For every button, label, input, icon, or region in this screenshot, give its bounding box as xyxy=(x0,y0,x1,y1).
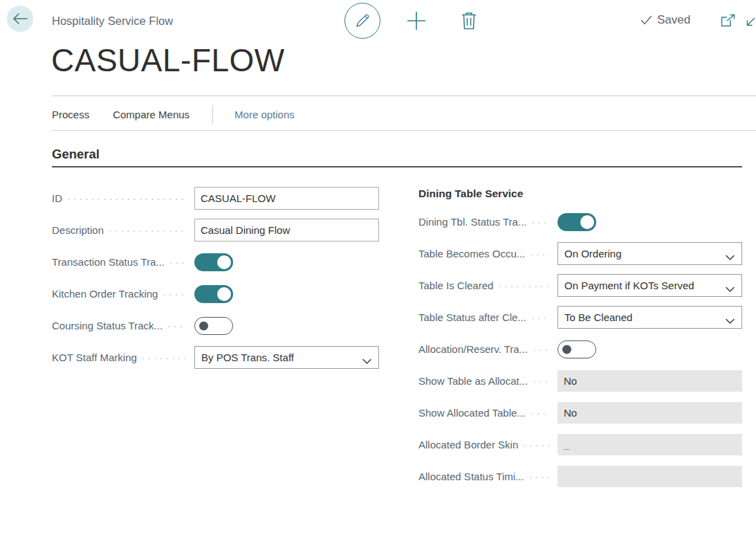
chevron-down-icon xyxy=(726,251,735,263)
chevron-down-icon xyxy=(362,355,371,367)
delete-button[interactable] xyxy=(459,10,479,31)
dotted-leader xyxy=(531,217,549,228)
save-status-label: Saved xyxy=(657,13,690,27)
show-table-as-allocated-label: Show Table as Allocat... xyxy=(418,375,557,387)
dotted-leader xyxy=(142,352,186,363)
table-becomes-occupied-label: Table Becomes Occu... xyxy=(418,248,557,260)
field-row-table-becomes-occupied: Table Becomes Occu... On Ordering xyxy=(418,242,742,265)
save-status: Saved xyxy=(640,13,690,27)
field-row-dining-tbl-status-tracking: Dining Tbl. Status Tra... xyxy=(418,210,742,233)
dotted-leader xyxy=(67,193,186,204)
hospitality-service-flow-page: Hospitality Service Flow Saved CASUAL-FL… xyxy=(0,0,756,546)
dining-table-service-group-title: Dining Table Service xyxy=(418,188,742,205)
dotted-leader xyxy=(530,248,549,260)
coursing-status-tracking-toggle[interactable] xyxy=(194,317,233,335)
field-row-description: Description xyxy=(52,219,379,242)
new-button[interactable] xyxy=(405,10,427,32)
back-button[interactable] xyxy=(7,6,33,32)
allocation-reserv-tracking-label: Allocation/Reserv. Tra... xyxy=(418,343,557,355)
field-row-show-table-as-allocated: Show Table as Allocat... No xyxy=(418,370,742,392)
arrow-down-left-icon xyxy=(745,17,756,28)
field-row-table-status-after-cleaning: Table Status after Cle... To Be Cleaned xyxy=(418,306,742,329)
allocated-border-skin-label: Allocated Border Skin xyxy=(418,439,557,451)
toggle-knob xyxy=(217,255,231,269)
field-row-allocated-border-skin: Allocated Border Skin _ xyxy=(418,433,742,456)
action-compare-menus[interactable]: Compare Menus xyxy=(113,109,190,120)
dotted-leader xyxy=(523,439,549,451)
table-becomes-occupied-select[interactable]: On Ordering xyxy=(557,242,742,265)
field-row-show-allocated-table: Show Allocated Table... No xyxy=(418,401,742,424)
chevron-down-icon xyxy=(726,315,735,327)
open-in-new-window-icon xyxy=(721,14,736,28)
field-row-kitchen-order-tracking: Kitchen Order Tracking xyxy=(52,282,379,305)
general-right-column: Dining Table Service Dining Tbl. Status … xyxy=(418,188,742,497)
dotted-leader xyxy=(529,471,549,482)
action-process[interactable]: Process xyxy=(52,109,89,120)
description-label: Description xyxy=(52,224,194,236)
kot-staff-marking-label: KOT Staff Marking xyxy=(52,352,194,363)
show-table-as-allocated-field: No xyxy=(557,370,742,392)
allocated-border-skin-field: _ xyxy=(557,434,742,455)
title-divider xyxy=(52,95,756,96)
dotted-leader xyxy=(531,312,549,323)
open-in-new-window-button[interactable] xyxy=(720,13,737,28)
action-bar-separator xyxy=(212,105,213,123)
page-caption: Hospitality Service Flow xyxy=(52,15,173,28)
field-row-coursing-status-tracking: Coursing Status Track... xyxy=(52,314,379,337)
field-row-kot-staff-marking: KOT Staff Marking By POS Trans. Staff xyxy=(52,346,379,369)
dotted-leader xyxy=(163,289,186,300)
toggle-knob xyxy=(217,287,231,301)
dotted-leader xyxy=(169,257,186,268)
trash-icon xyxy=(461,11,477,30)
more-options[interactable]: More options xyxy=(234,109,295,120)
toggle-knob xyxy=(199,321,208,330)
dotted-leader xyxy=(498,280,549,291)
action-bar-divider xyxy=(52,130,756,131)
dotted-leader xyxy=(533,344,549,355)
toggle-knob xyxy=(562,345,571,354)
table-is-cleared-select[interactable]: On Payment if KOTs Served xyxy=(557,274,742,297)
table-status-after-cleaning-label: Table Status after Cle... xyxy=(418,311,557,323)
dining-tbl-status-tracking-label: Dining Tbl. Status Tra... xyxy=(418,216,557,228)
record-title: CASUAL-FLOW xyxy=(51,42,285,79)
toggle-knob xyxy=(580,215,594,229)
dotted-leader xyxy=(533,376,549,387)
show-allocated-table-label: Show Allocated Table... xyxy=(418,407,557,419)
table-status-after-cleaning-select[interactable]: To Be Cleaned xyxy=(557,306,742,329)
field-row-transaction-status-tracking: Transaction Status Tra... xyxy=(52,251,379,273)
show-allocated-table-field: No xyxy=(557,402,742,424)
kitchen-order-tracking-label: Kitchen Order Tracking xyxy=(52,288,194,300)
focus-mode-button[interactable] xyxy=(744,16,756,28)
kot-staff-marking-select[interactable]: By POS Trans. Staff xyxy=(194,346,379,369)
transaction-status-tracking-label: Transaction Status Tra... xyxy=(52,256,194,268)
field-row-table-is-cleared: Table Is Cleared On Payment if KOTs Serv… xyxy=(418,274,742,297)
table-is-cleared-label: Table Is Cleared xyxy=(418,280,557,291)
action-bar: Process Compare Menus More options xyxy=(52,104,295,124)
plus-icon xyxy=(406,10,427,31)
check-icon xyxy=(640,15,652,25)
dotted-leader xyxy=(531,408,549,419)
allocation-reserv-tracking-toggle[interactable] xyxy=(557,340,596,358)
kitchen-order-tracking-toggle[interactable] xyxy=(194,285,233,303)
id-label: ID xyxy=(52,192,194,204)
section-underline xyxy=(52,166,742,167)
id-input[interactable] xyxy=(194,187,379,210)
field-row-allocation-reserv-tracking: Allocation/Reserv. Tra... xyxy=(418,338,742,361)
section-general-header[interactable]: General xyxy=(52,147,100,162)
field-row-id: ID xyxy=(52,187,379,210)
dotted-leader xyxy=(109,225,186,236)
edit-button[interactable] xyxy=(344,3,380,39)
dining-tbl-status-tracking-toggle[interactable] xyxy=(557,213,596,231)
arrow-left-icon xyxy=(12,12,28,25)
general-left-column: ID Description Transaction Status Tra...… xyxy=(52,187,379,378)
allocated-status-timing-field xyxy=(557,466,742,487)
coursing-status-tracking-label: Coursing Status Track... xyxy=(52,320,194,331)
allocated-status-timing-label: Allocated Status Timi... xyxy=(418,471,557,482)
description-input[interactable] xyxy=(194,219,379,242)
dotted-leader xyxy=(167,320,186,331)
pencil-icon xyxy=(353,12,371,30)
transaction-status-tracking-toggle[interactable] xyxy=(194,253,233,271)
field-row-allocated-status-timing: Allocated Status Timi... xyxy=(418,465,742,488)
chevron-down-icon xyxy=(726,283,735,295)
